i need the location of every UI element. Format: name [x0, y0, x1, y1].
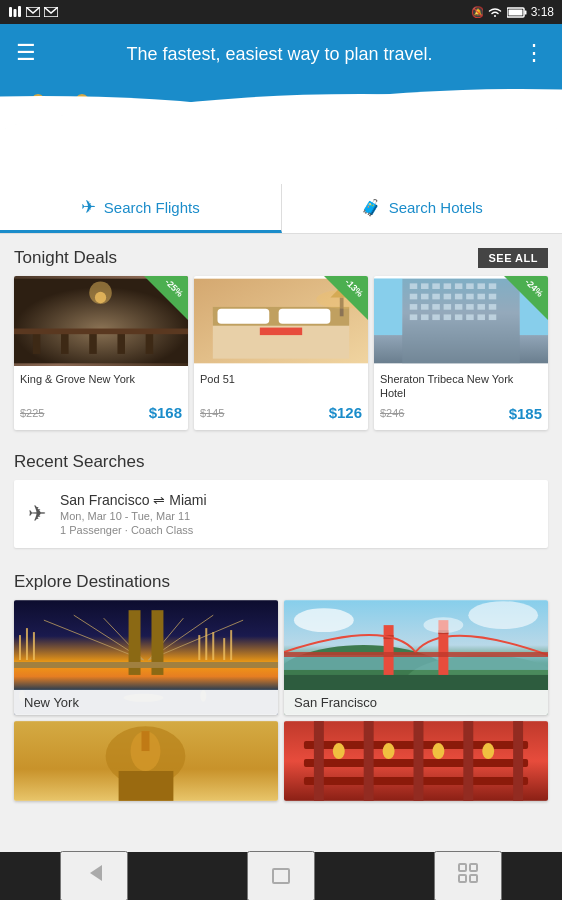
- deal-card-3[interactable]: -24% Sheraton Tribeca New York Hotel $24…: [374, 276, 548, 430]
- svg-point-132: [383, 743, 395, 759]
- svg-rect-139: [459, 875, 466, 882]
- svg-rect-94: [26, 628, 28, 660]
- recent-route: San Francisco ⇌ Miami: [60, 492, 207, 508]
- recent-flight-icon: ✈: [28, 501, 46, 527]
- menu-icon[interactable]: ☰: [16, 40, 36, 66]
- svg-rect-68: [466, 304, 474, 310]
- main-content: Tonight Deals SEE ALL: [0, 234, 562, 852]
- deal-current-1: $168: [149, 404, 182, 421]
- back-icon: [82, 861, 106, 885]
- deal-original-3: $246: [380, 407, 404, 419]
- mail2-icon: [44, 7, 58, 17]
- svg-rect-82: [14, 600, 278, 690]
- svg-rect-58: [444, 294, 452, 300]
- navigation-tabs: ✈ Search Flights 🧳 Search Hotels: [0, 184, 562, 234]
- tonight-deals-title: Tonight Deals: [14, 248, 117, 268]
- deal-info-3: Sheraton Tribeca New York Hotel $246 $18…: [374, 366, 548, 430]
- svg-rect-56: [421, 294, 429, 300]
- svg-rect-128: [414, 721, 424, 801]
- explore-grid: New York: [0, 600, 562, 801]
- explore-header: Explore Destinations: [0, 558, 562, 600]
- explore-title: Explore Destinations: [14, 572, 170, 592]
- recents-icon: [456, 861, 480, 885]
- svg-rect-40: [260, 328, 302, 336]
- explore-card-partial2[interactable]: [284, 721, 548, 801]
- tab-hotels[interactable]: 🧳 Search Hotels: [282, 184, 563, 233]
- explore-card-partial1[interactable]: [14, 721, 278, 801]
- svg-rect-57: [432, 294, 440, 300]
- svg-rect-97: [205, 628, 207, 660]
- battery-icon: [507, 7, 527, 18]
- bottom-navigation: [0, 852, 562, 900]
- deal-info-2: Pod 51 $145 $126: [194, 366, 368, 429]
- recent-searches-section: Recent Searches ✈ San Francisco ⇌ Miami …: [0, 438, 562, 548]
- svg-rect-121: [142, 731, 150, 751]
- svg-rect-127: [364, 721, 374, 801]
- svg-rect-31: [14, 329, 188, 335]
- svg-rect-70: [489, 304, 497, 310]
- status-bar-left: [8, 6, 58, 18]
- explore-card-newyork[interactable]: New York: [14, 600, 278, 715]
- explore-label-newyork: New York: [14, 690, 278, 715]
- see-all-button[interactable]: SEE ALL: [478, 248, 548, 268]
- svg-text:🔕: 🔕: [471, 6, 483, 18]
- svg-rect-72: [421, 314, 429, 320]
- svg-rect-50: [444, 283, 452, 289]
- svg-rect-71: [410, 314, 418, 320]
- app-header: ☰ The fastest, easiest way to plan trave…: [0, 24, 562, 184]
- svg-rect-140: [470, 875, 477, 882]
- wifi-icon: [487, 6, 503, 18]
- svg-point-133: [432, 743, 444, 759]
- deal-badge-2: -13%: [324, 276, 368, 320]
- svg-rect-76: [466, 314, 474, 320]
- svg-rect-129: [463, 721, 473, 801]
- svg-rect-136: [273, 869, 289, 883]
- deals-row: -25% King & Grove New York $225 $168: [0, 276, 562, 430]
- deal-original-1: $225: [20, 407, 44, 419]
- deal-card-1[interactable]: -25% King & Grove New York $225 $168: [14, 276, 188, 430]
- recent-dates: Mon, Mar 10 - Tue, Mar 11: [60, 510, 207, 522]
- svg-rect-52: [466, 283, 474, 289]
- deal-current-2: $126: [329, 404, 362, 421]
- explore-image-partial2: [284, 721, 548, 801]
- explore-destinations-section: Explore Destinations: [0, 558, 562, 801]
- mail-icon: [26, 7, 40, 17]
- svg-rect-8: [508, 9, 522, 15]
- svg-rect-2: [18, 6, 21, 17]
- recent-search-item[interactable]: ✈ San Francisco ⇌ Miami Mon, Mar 10 - Tu…: [14, 480, 548, 548]
- status-bar: 🔕 3:18: [0, 0, 562, 24]
- svg-rect-47: [410, 283, 418, 289]
- tab-flights[interactable]: ✈ Search Flights: [0, 184, 282, 233]
- deal-original-2: $145: [200, 407, 224, 419]
- deal-prices-1: $225 $168: [20, 404, 182, 421]
- flights-label: Search Flights: [104, 199, 200, 216]
- svg-rect-39: [279, 309, 331, 324]
- svg-rect-92: [14, 662, 278, 668]
- deal-name-2: Pod 51: [200, 372, 362, 400]
- svg-rect-99: [223, 638, 225, 660]
- deal-card-2[interactable]: -13% Pod 51 $145 $126: [194, 276, 368, 430]
- svg-rect-55: [410, 294, 418, 300]
- recents-button[interactable]: [434, 851, 502, 900]
- svg-rect-61: [477, 294, 485, 300]
- explore-card-sf[interactable]: San Francisco: [284, 600, 548, 715]
- svg-rect-1: [14, 9, 17, 17]
- back-button[interactable]: [60, 851, 128, 900]
- svg-rect-49: [432, 283, 440, 289]
- deal-info-1: King & Grove New York $225 $168: [14, 366, 188, 429]
- svg-rect-100: [230, 630, 232, 660]
- svg-point-131: [333, 743, 345, 759]
- svg-rect-48: [421, 283, 429, 289]
- hotels-icon: 🧳: [361, 198, 381, 217]
- home-button[interactable]: [247, 851, 315, 900]
- recent-passenger-info: 1 Passenger · Coach Class: [60, 524, 207, 536]
- svg-rect-107: [284, 655, 548, 670]
- cloud-strip: [0, 134, 562, 184]
- more-icon[interactable]: ⋮: [523, 40, 546, 66]
- svg-rect-93: [19, 635, 21, 660]
- svg-point-113: [294, 608, 354, 632]
- svg-rect-126: [314, 721, 324, 801]
- svg-rect-98: [212, 632, 214, 660]
- hotels-label: Search Hotels: [389, 199, 483, 216]
- explore-label-sf: San Francisco: [284, 690, 548, 715]
